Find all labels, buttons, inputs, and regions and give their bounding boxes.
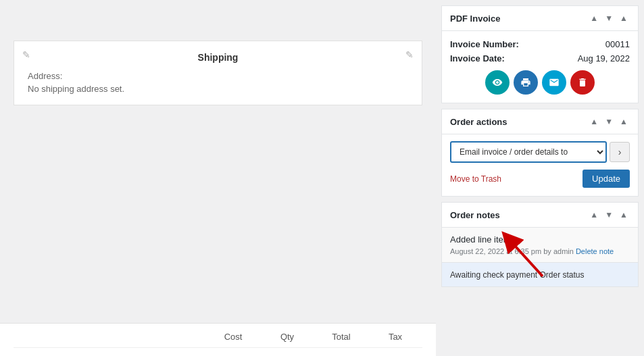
email-invoice-button[interactable] [542, 70, 566, 95]
table-row [14, 345, 422, 348]
move-to-trash-link[interactable]: Move to Trash [450, 174, 501, 184]
note-delete-link-1[interactable]: Delete note [576, 247, 614, 255]
pdf-invoice-controls: ▲ ▼ ▲ [588, 13, 630, 24]
left-panel: ✎ Shipping Address: No shipping address … [0, 0, 436, 356]
note-title-1: Added line items: [450, 234, 630, 245]
order-notes-body: Added line items: August 22, 2022 at 6:3… [442, 228, 638, 286]
col-tax: Tax [368, 332, 422, 342]
invoice-number-row: Invoice Number: 00011 [450, 39, 630, 49]
pdf-invoice-collapse-down[interactable]: ▼ [603, 13, 615, 24]
order-actions-header: Order actions ▲ ▼ ▲ [442, 109, 638, 134]
action-select-row: Email invoice / order details to Send or… [450, 141, 630, 163]
shipping-title: Shipping [28, 52, 408, 63]
print-invoice-button[interactable] [514, 70, 538, 95]
shipping-address-value: No shipping address set. [28, 84, 408, 94]
order-notes-header: Order notes ▲ ▼ ▲ [442, 203, 638, 228]
delete-invoice-button[interactable] [570, 70, 595, 95]
update-button[interactable]: Update [583, 170, 630, 188]
action-go-button[interactable]: › [610, 142, 630, 162]
order-notes-up[interactable]: ▲ [588, 209, 600, 220]
order-notes-down[interactable]: ▼ [603, 209, 615, 220]
shipping-address-label: Address: [28, 71, 408, 81]
col-qty: Qty [260, 332, 314, 342]
invoice-number-value: 00011 [605, 39, 630, 49]
shipping-section: ✎ Shipping Address: No shipping address … [14, 41, 422, 105]
invoice-date-value: Aug 19, 2022 [578, 53, 630, 63]
order-actions-toggle[interactable]: ▲ [618, 116, 630, 127]
order-notes-toggle[interactable]: ▲ [618, 209, 630, 220]
note-by-1: by admin [543, 247, 574, 255]
table-headers: Cost Qty Total Tax [14, 332, 422, 342]
pdf-invoice-widget: PDF Invoice ▲ ▼ ▲ Invoice Number: 00011 … [441, 5, 639, 103]
actions-footer: Move to Trash Update [450, 170, 630, 188]
pdf-invoice-header: PDF Invoice ▲ ▼ ▲ [442, 6, 638, 31]
order-actions-controls: ▲ ▼ ▲ [588, 116, 630, 127]
order-notes-title: Order notes [450, 210, 500, 220]
note-meta-1: August 22, 2022 at 6:35 pm by admin Dele… [450, 247, 630, 255]
order-actions-down[interactable]: ▼ [603, 116, 615, 127]
action-select[interactable]: Email invoice / order details to Send or… [450, 141, 607, 163]
invoice-number-label: Invoice Number: [450, 39, 519, 49]
pdf-invoice-toggle[interactable]: ▲ [618, 13, 630, 24]
right-panel: PDF Invoice ▲ ▼ ▲ Invoice Number: 00011 … [436, 0, 644, 356]
order-notes-widget: Order notes ▲ ▼ ▲ Added line items: Augu… [441, 202, 639, 287]
order-actions-title: Order actions [450, 117, 507, 127]
status-note-text: Awaiting check payment Order status [450, 270, 585, 280]
order-notes-controls: ▲ ▼ ▲ [588, 209, 630, 220]
col-cost: Cost [206, 332, 260, 342]
invoice-actions [450, 70, 630, 95]
pdf-invoice-collapse-up[interactable]: ▲ [588, 13, 600, 24]
col-total: Total [314, 332, 368, 342]
shipping-edit-left-icon[interactable]: ✎ [22, 49, 30, 60]
table-area: Cost Qty Total Tax [0, 323, 436, 356]
note-item-status: Awaiting check payment Order status [442, 263, 638, 286]
order-actions-widget: Order actions ▲ ▼ ▲ Email invoice / orde… [441, 109, 639, 197]
note-date-1: August 22, 2022 at 6:35 pm [450, 247, 541, 255]
order-actions-body: Email invoice / order details to Send or… [442, 134, 638, 196]
pdf-invoice-body: Invoice Number: 00011 Invoice Date: Aug … [442, 31, 638, 103]
invoice-date-row: Invoice Date: Aug 19, 2022 [450, 53, 630, 63]
shipping-edit-right-icon[interactable]: ✎ [405, 49, 414, 60]
pdf-invoice-title: PDF Invoice [450, 14, 500, 24]
invoice-date-label: Invoice Date: [450, 53, 505, 63]
note-item-1: Added line items: August 22, 2022 at 6:3… [442, 228, 638, 263]
order-actions-up[interactable]: ▲ [588, 116, 600, 127]
view-invoice-button[interactable] [485, 70, 510, 95]
